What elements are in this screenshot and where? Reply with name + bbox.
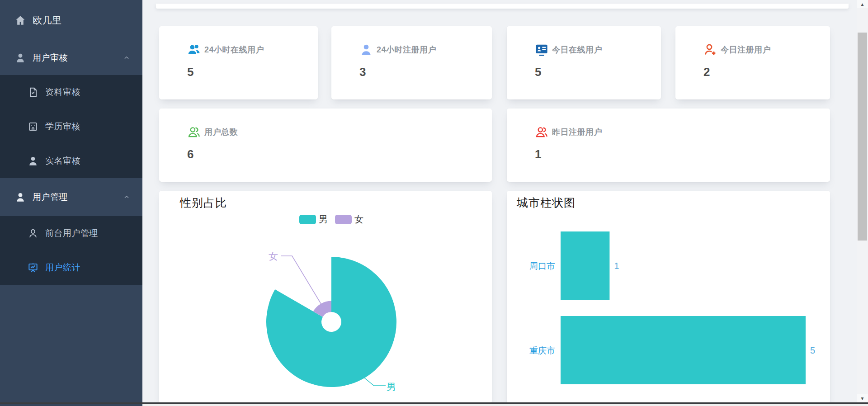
sidebar-item-label: 前台用户管理 xyxy=(45,227,98,239)
pie-slice-男[interactable] xyxy=(266,257,396,387)
sidebar-item-label: 资料审核 xyxy=(45,86,80,98)
gender-pie-chart[interactable]: 男女 xyxy=(159,191,492,403)
stat-label: 今日在线用户 xyxy=(552,44,602,55)
stat-card-online-today: 今日在线用户 5 xyxy=(507,26,661,99)
stat-value: 5 xyxy=(535,65,541,79)
sidebar-item-label: 学历审核 xyxy=(45,121,80,132)
stat-card-registered-today: 今日注册用户 2 xyxy=(675,26,830,99)
scroll-down-button[interactable]: ▼ xyxy=(857,394,868,402)
person-icon xyxy=(27,155,39,167)
users-outline-icon xyxy=(187,125,201,139)
user-plus-icon xyxy=(703,42,717,57)
bar-周口市[interactable] xyxy=(561,231,609,300)
bar-category-label: 重庆市 xyxy=(529,346,555,355)
chevron-up-icon xyxy=(123,55,130,61)
stat-label: 用户总数 xyxy=(204,127,238,137)
user-audit-icon xyxy=(14,52,26,64)
bar-重庆市[interactable] xyxy=(561,316,806,384)
stat-label: 今日注册用户 xyxy=(721,44,771,55)
pie-label-line xyxy=(364,378,386,386)
sidebar-item-profile-audit[interactable]: 资料审核 xyxy=(0,75,142,109)
user-icon xyxy=(14,191,26,203)
scrollbar-thumb[interactable] xyxy=(858,33,867,241)
brand-label: 欧几里 xyxy=(33,14,62,27)
id-card-icon xyxy=(534,42,549,57)
app-window: 欧几里 用户审核 资料审核 学历审核 实名审核 xyxy=(0,0,868,406)
users-outline-icon xyxy=(534,125,549,139)
stat-label: 24小时在线用户 xyxy=(204,44,264,55)
sidebar-item-front-user-manage[interactable]: 前台用户管理 xyxy=(0,216,142,250)
stat-card-online-24h: 24小时在线用户 5 xyxy=(159,26,318,99)
home-icon xyxy=(14,14,26,26)
sidebar-item-realname-audit[interactable]: 实名审核 xyxy=(0,144,142,178)
sidebar-item-user-statistics[interactable]: 用户统计 xyxy=(0,250,142,285)
person-outline-icon xyxy=(27,227,39,239)
chart-board-icon xyxy=(27,262,39,274)
pie-slice-label: 男 xyxy=(387,382,396,392)
pie-slice-label: 女 xyxy=(269,251,278,261)
sidebar-item-education-audit[interactable]: 学历审核 xyxy=(0,109,142,144)
scroll-up-button[interactable]: ▲ xyxy=(857,0,868,8)
bar-category-label: 周口市 xyxy=(529,261,555,271)
stat-value: 5 xyxy=(187,65,193,79)
sidebar-item-label: 用户统计 xyxy=(45,262,80,274)
gender-pie-card: 性别占比 男女 男女 xyxy=(159,191,492,403)
bar-value-label: 5 xyxy=(810,345,815,355)
stat-value: 2 xyxy=(703,65,710,79)
sidebar-item-label: 用户审核 xyxy=(33,52,68,64)
user-solid-icon xyxy=(359,42,373,57)
sidebar-item-label: 实名审核 xyxy=(45,155,80,167)
city-bar-chart[interactable]: 周口市1重庆市5 xyxy=(507,191,830,403)
sidebar-item-label: 用户管理 xyxy=(33,191,68,203)
sidebar-item-user-audit[interactable]: 用户审核 xyxy=(0,41,142,75)
stat-value: 1 xyxy=(535,147,541,161)
chevron-up-icon xyxy=(123,194,130,200)
stat-label: 24小时注册用户 xyxy=(377,44,436,55)
sidebar-item-user-manage[interactable]: 用户管理 xyxy=(0,178,142,216)
bar-value-label: 1 xyxy=(614,261,619,271)
stat-value: 6 xyxy=(187,147,193,161)
stat-card-registered-24h: 24小时注册用户 3 xyxy=(331,26,492,99)
city-bar-card: 城市柱状图 周口市1重庆市5 xyxy=(507,191,830,403)
stat-label: 昨日注册用户 xyxy=(552,127,602,137)
below-window-strip xyxy=(142,404,868,406)
sidebar-brand[interactable]: 欧几里 xyxy=(0,0,142,41)
stat-card-total-users: 用户总数 6 xyxy=(159,109,492,182)
users-solid-icon xyxy=(187,42,201,57)
school-building-icon xyxy=(27,121,39,132)
stat-card-registered-yesterday: 昨日注册用户 1 xyxy=(507,109,830,182)
document-check-icon xyxy=(27,86,39,98)
scrolled-panel-edge xyxy=(156,4,849,9)
sidebar: 欧几里 用户审核 资料审核 学历审核 实名审核 xyxy=(0,0,142,406)
stat-value: 3 xyxy=(359,65,366,79)
